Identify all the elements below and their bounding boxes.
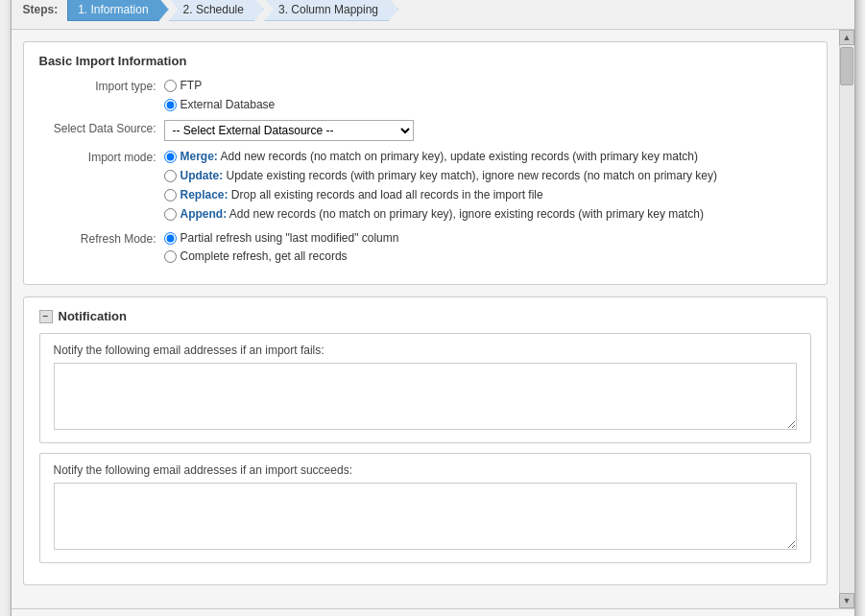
- refresh-mode-complete-label: Complete refresh, get all records: [180, 249, 348, 265]
- scrollbar-up-button[interactable]: ▲: [839, 30, 854, 45]
- main-content-area: Basic Import Information Import type: FT…: [12, 30, 839, 608]
- basic-import-section: Basic Import Information Import type: FT…: [23, 41, 828, 285]
- notification-fail-box: Notify the following email addresses if …: [39, 333, 811, 443]
- scrollbar-down-button[interactable]: ▼: [839, 593, 854, 608]
- import-mode-row: Import mode: Merge: Add new records (no …: [39, 149, 811, 222]
- refresh-mode-complete-radio[interactable]: [164, 250, 177, 263]
- notification-succeed-textarea[interactable]: [54, 483, 797, 550]
- import-mode-replace-item: Replace: Drop all existing records and l…: [164, 187, 811, 203]
- import-mode-update-rest: Update existing records (with primary ke…: [223, 169, 717, 182]
- import-mode-update-label: Update: Update existing records (with pr…: [180, 168, 718, 184]
- notification-section: − Notification Notify the following emai…: [23, 296, 828, 585]
- step-schedule-item[interactable]: 2. Schedule: [169, 0, 264, 21]
- steps-label: Steps:: [23, 3, 59, 16]
- refresh-mode-partial-item: Partial refresh using "last modified" co…: [164, 230, 811, 247]
- import-type-extdb-item: External Database: [164, 97, 811, 113]
- data-source-select[interactable]: -- Select External Datasource --: [164, 120, 414, 141]
- refresh-mode-row: Refresh Mode: Partial refresh using "las…: [39, 230, 811, 266]
- import-type-extdb-radio[interactable]: [164, 99, 177, 111]
- step-column-mapping-tab[interactable]: 3. Column Mapping: [264, 0, 398, 21]
- scrollbar-thumb[interactable]: [840, 47, 853, 85]
- import-mode-update-item: Update: Update existing records (with pr…: [164, 168, 811, 184]
- data-source-row: Select Data Source: -- Select External D…: [39, 120, 811, 141]
- import-mode-control: Merge: Add new records (no match on prim…: [164, 149, 811, 222]
- import-mode-replace-bold: Replace:: [180, 188, 228, 201]
- import-mode-label: Import mode:: [39, 149, 164, 164]
- import-mode-replace-radio[interactable]: [164, 189, 177, 201]
- notification-succeed-label: Notify the following email addresses if …: [54, 463, 797, 477]
- import-mode-replace-rest: Drop all existing records and load all r…: [228, 188, 543, 201]
- data-source-control: -- Select External Datasource --: [164, 120, 811, 141]
- refresh-mode-radio-group: Partial refresh using "last modified" co…: [164, 230, 811, 266]
- data-source-select-wrapper: -- Select External Datasource --: [164, 120, 811, 141]
- import-type-label: Import type:: [39, 78, 164, 93]
- import-type-control: FTP External Database: [164, 78, 811, 113]
- import-type-row: Import type: FTP External Database: [39, 78, 811, 113]
- notification-collapse-button[interactable]: −: [39, 310, 53, 323]
- import-type-ftp-label: FTP: [180, 78, 203, 94]
- refresh-mode-partial-radio[interactable]: [164, 232, 177, 245]
- dialog-footer: Cancel Next: [12, 608, 854, 616]
- refresh-mode-control: Partial refresh using "last modified" co…: [164, 230, 811, 266]
- import-mode-append-item: Append: Add new records (no match on pri…: [164, 206, 811, 223]
- dialog-content: Basic Import Information Import type: FT…: [12, 30, 854, 608]
- step-information-tab[interactable]: 1. Information: [67, 0, 168, 21]
- import-type-ftp-radio[interactable]: [164, 80, 177, 92]
- import-mode-append-radio[interactable]: [164, 208, 177, 221]
- notification-fail-textarea[interactable]: [54, 363, 797, 430]
- import-mode-merge-label: Merge: Add new records (no match on prim…: [180, 149, 699, 165]
- import-mode-append-label: Append: Add new records (no match on pri…: [180, 206, 705, 223]
- import-mode-merge-radio[interactable]: [164, 151, 177, 163]
- step-information-item[interactable]: 1. Information: [67, 0, 168, 21]
- import-mode-replace-label: Replace: Drop all existing records and l…: [180, 187, 543, 203]
- notification-header-bar: − Notification: [39, 309, 811, 323]
- notification-succeed-box: Notify the following email addresses if …: [39, 453, 811, 563]
- import-mode-merge-item: Merge: Add new records (no match on prim…: [164, 149, 811, 165]
- steps-bar: Steps: 1. Information 2. Schedule 3. Col…: [12, 0, 854, 30]
- import-mode-append-rest: Add new records (no match on primary key…: [227, 207, 704, 221]
- import-mode-update-bold: Update:: [180, 169, 224, 182]
- refresh-mode-partial-label: Partial refresh using "last modified" co…: [180, 230, 399, 247]
- scrollbar-track: ▲ ▼: [839, 30, 854, 608]
- notification-fail-label: Notify the following email addresses if …: [54, 344, 797, 357]
- import-mode-merge-rest: Add new records (no match on primary key…: [218, 150, 698, 163]
- import-mode-update-radio[interactable]: [164, 170, 177, 182]
- data-source-label: Select Data Source:: [39, 120, 164, 135]
- step-schedule-tab[interactable]: 2. Schedule: [169, 0, 264, 21]
- import-mode-merge-bold: Merge:: [180, 150, 218, 163]
- import-type-ftp-item: FTP: [164, 78, 811, 94]
- import-mode-radio-group: Merge: Add new records (no match on prim…: [164, 149, 811, 222]
- add-recurring-import-dialog: Add recurring import × Steps: 1. Informa…: [11, 0, 855, 616]
- refresh-mode-label: Refresh Mode:: [39, 230, 164, 246]
- import-type-extdb-label: External Database: [180, 97, 276, 113]
- refresh-mode-complete-item: Complete refresh, get all records: [164, 249, 811, 265]
- import-type-radio-group: FTP External Database: [164, 78, 811, 113]
- notification-title: Notification: [59, 309, 128, 323]
- step-column-mapping-item[interactable]: 3. Column Mapping: [264, 0, 398, 21]
- basic-import-title: Basic Import Information: [39, 54, 811, 68]
- import-mode-append-bold: Append:: [180, 207, 228, 221]
